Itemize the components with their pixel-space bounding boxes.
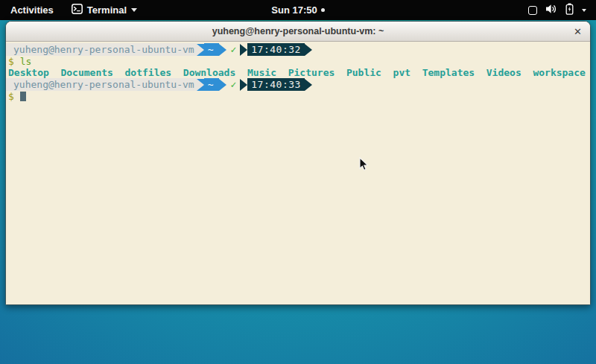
terminal-app-icon bbox=[72, 4, 83, 16]
powerline-separator-icon bbox=[240, 44, 247, 56]
volume-icon bbox=[545, 4, 557, 16]
prompt-time: 17:40:32 bbox=[247, 43, 305, 56]
prompt-char: $ bbox=[8, 56, 14, 67]
prompt-char: $ bbox=[8, 91, 14, 102]
prompt-line: yuheng@henry-personal-ubuntu-vm ~ ✓ 17:4… bbox=[6, 43, 590, 56]
clock[interactable]: Sun 17:50 bbox=[271, 4, 317, 16]
powerline-separator-icon bbox=[305, 79, 312, 91]
app-menu-terminal[interactable]: Terminal bbox=[64, 0, 145, 20]
battery-charging-icon bbox=[565, 3, 574, 17]
prompt-cwd: ~ bbox=[204, 78, 220, 91]
command-line: $ ls bbox=[6, 56, 590, 67]
terminal-window: yuheng@henry-personal-ubuntu-vm: ~ ✕ yuh… bbox=[5, 21, 591, 305]
window-title: yuheng@henry-personal-ubuntu-vm: ~ bbox=[212, 26, 384, 36]
powerline-separator-icon bbox=[219, 79, 226, 91]
notification-dot-icon bbox=[321, 8, 325, 12]
powerline-separator-icon bbox=[219, 44, 226, 56]
powerline-separator-icon bbox=[305, 44, 312, 56]
activities-button[interactable]: Activities bbox=[0, 0, 64, 20]
prompt-time: 17:40:33 bbox=[247, 78, 305, 91]
chevron-down-icon bbox=[582, 9, 586, 12]
system-status-area[interactable] bbox=[528, 0, 596, 20]
powerline-separator-icon bbox=[197, 79, 204, 91]
prompt-status-ok: ✓ bbox=[226, 78, 240, 91]
close-button[interactable]: ✕ bbox=[574, 22, 582, 41]
prompt-line: yuheng@henry-personal-ubuntu-vm ~ ✓ 17:4… bbox=[6, 78, 590, 91]
typed-command: ls bbox=[20, 56, 32, 67]
prompt-user-host: yuheng@henry-personal-ubuntu-vm bbox=[6, 78, 197, 91]
terminal-content[interactable]: yuheng@henry-personal-ubuntu-vm ~ ✓ 17:4… bbox=[6, 42, 590, 304]
app-menu-label: Terminal bbox=[87, 4, 127, 16]
window-titlebar[interactable]: yuheng@henry-personal-ubuntu-vm: ~ ✕ bbox=[6, 22, 590, 42]
chevron-down-icon bbox=[131, 8, 137, 12]
text-cursor bbox=[20, 92, 26, 101]
prompt-user-host: yuheng@henry-personal-ubuntu-vm bbox=[6, 43, 197, 56]
prompt-cwd: ~ bbox=[204, 43, 220, 56]
powerline-separator-icon bbox=[197, 44, 204, 56]
powerline-separator-icon bbox=[240, 79, 247, 91]
top-bar: Activities Terminal Sun 17:50 bbox=[0, 0, 596, 20]
ls-output: Desktop Documents dotfiles Downloads Mus… bbox=[6, 67, 590, 78]
prompt-status-ok: ✓ bbox=[226, 43, 240, 56]
mouse-pointer-icon bbox=[359, 157, 369, 174]
screen-icon bbox=[528, 6, 537, 15]
input-line: $ bbox=[6, 91, 590, 102]
